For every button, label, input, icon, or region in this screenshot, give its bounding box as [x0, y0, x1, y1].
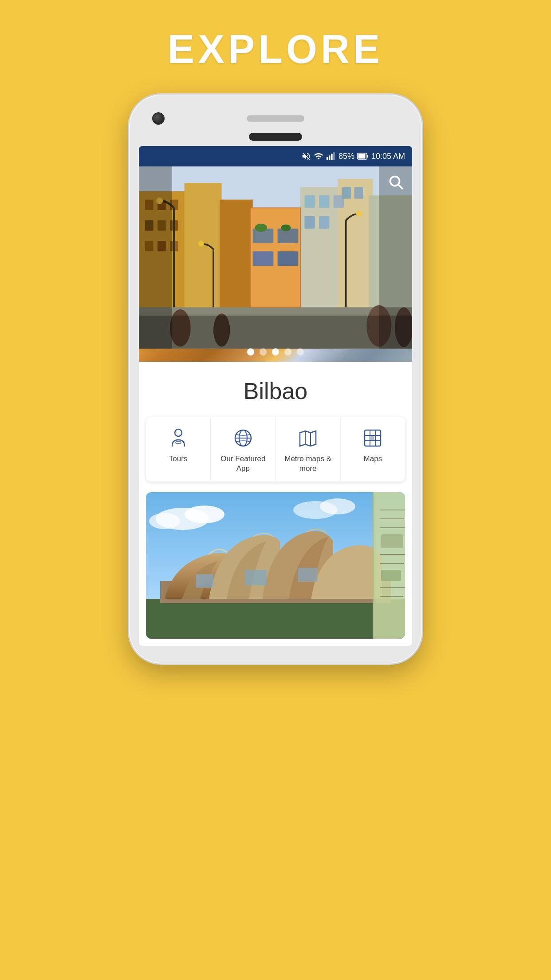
map-fold-icon	[296, 427, 319, 450]
svg-rect-3	[333, 152, 335, 160]
svg-rect-26	[342, 187, 351, 199]
search-button[interactable]	[386, 173, 406, 192]
carousel-dots	[139, 348, 412, 356]
map-grid-icon	[361, 427, 384, 450]
svg-point-40	[356, 211, 362, 217]
wifi-icon	[314, 151, 323, 161]
svg-point-48	[281, 225, 291, 231]
guggenheim-svg	[146, 492, 405, 639]
svg-rect-77	[298, 568, 318, 582]
dot-2[interactable]	[260, 348, 267, 356]
svg-rect-0	[327, 157, 328, 160]
nav-item-tours[interactable]: Tours	[146, 417, 211, 482]
svg-point-52	[390, 177, 400, 186]
svg-point-72	[320, 498, 355, 514]
svg-rect-27	[354, 187, 363, 199]
city-name: Bilbao	[139, 362, 412, 417]
status-icons: 85% 10:05 AM	[301, 151, 405, 161]
svg-point-69	[185, 506, 224, 523]
svg-point-54	[175, 429, 182, 436]
svg-point-38	[198, 241, 204, 246]
nav-item-featured-app[interactable]: Our Featured App	[211, 417, 276, 482]
svg-rect-51	[139, 316, 412, 349]
time-text: 10:05 AM	[371, 152, 405, 161]
front-camera	[152, 112, 165, 125]
phone-screen: 85% 10:05 AM	[139, 146, 412, 646]
svg-rect-75	[196, 574, 213, 588]
svg-rect-46	[278, 251, 299, 266]
svg-rect-23	[304, 195, 315, 208]
quick-nav: Tours Our Featured App	[146, 417, 405, 482]
search-icon	[388, 174, 404, 190]
phone-top-bar	[139, 108, 412, 133]
svg-rect-6	[367, 155, 368, 158]
svg-rect-76	[244, 570, 267, 585]
phone-speaker	[247, 115, 304, 122]
dot-5[interactable]	[297, 348, 304, 356]
svg-rect-28	[304, 216, 315, 229]
page-title: EXPLORE	[168, 27, 383, 72]
battery-icon	[357, 151, 369, 161]
phone-mockup: 85% 10:05 AM	[129, 95, 422, 664]
svg-rect-66	[371, 436, 374, 440]
featured-app-label: Our Featured App	[214, 454, 272, 474]
metro-maps-label: Metro maps & more	[279, 454, 337, 474]
svg-rect-78	[373, 492, 405, 639]
globe-icon	[232, 427, 255, 450]
phone-top-right	[386, 112, 399, 125]
signal-icon	[326, 151, 336, 161]
status-bar: 85% 10:05 AM	[139, 146, 412, 166]
tours-icon	[167, 427, 190, 450]
svg-rect-5	[358, 154, 365, 159]
svg-rect-29	[319, 216, 329, 229]
nav-item-metro[interactable]: Metro maps & more	[276, 417, 341, 482]
svg-point-47	[255, 224, 267, 232]
dot-1[interactable]	[247, 348, 254, 356]
maps-label: Maps	[364, 454, 382, 464]
mute-icon	[301, 151, 311, 161]
nav-item-maps[interactable]: Maps	[341, 417, 405, 482]
svg-rect-24	[319, 195, 329, 208]
hero-image	[139, 166, 412, 362]
svg-point-70	[149, 513, 180, 529]
svg-rect-83	[381, 534, 403, 548]
svg-rect-45	[253, 251, 274, 266]
svg-rect-55	[176, 442, 181, 443]
svg-rect-73	[146, 599, 405, 639]
svg-rect-1	[329, 155, 331, 160]
tours-label: Tours	[169, 454, 188, 464]
dot-3[interactable]	[272, 348, 279, 356]
svg-rect-86	[381, 570, 401, 581]
dot-4[interactable]	[284, 348, 291, 356]
svg-line-53	[398, 185, 403, 189]
battery-text: 85%	[338, 152, 354, 161]
svg-rect-2	[331, 154, 333, 160]
bottom-attraction-image	[146, 492, 405, 639]
earpiece	[249, 133, 302, 141]
street-svg	[139, 166, 412, 349]
